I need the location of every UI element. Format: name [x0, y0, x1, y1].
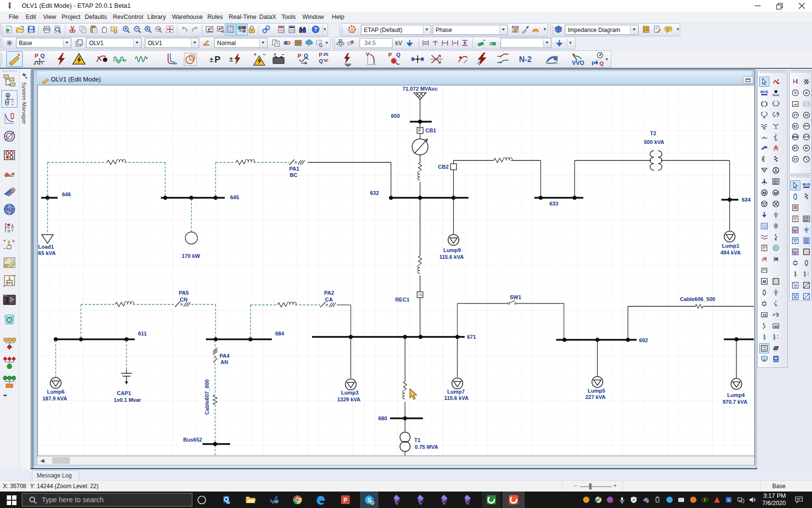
svg-text:66: 66: [274, 499, 278, 504]
svg-text:S+1: S+1: [6, 281, 13, 286]
svg-text:684: 684: [275, 331, 284, 336]
svg-text:M: M: [794, 229, 797, 232]
svg-text:?: ?: [314, 26, 317, 32]
svg-text:Q: Q: [599, 61, 604, 66]
svg-text:632: 632: [370, 190, 379, 196]
svg-text:PA5: PA5: [179, 290, 189, 296]
svg-text:1329 kVA: 1329 kVA: [337, 397, 360, 402]
svg-text:Lump4: Lump4: [727, 392, 745, 398]
svg-text:1x0.1 Mvar: 1x0.1 Mvar: [114, 397, 141, 403]
svg-text:−: −: [3, 246, 6, 251]
svg-text:49: 49: [774, 324, 778, 329]
svg-text:R: R: [805, 146, 808, 150]
svg-text:M: M: [763, 279, 766, 284]
svg-text:V: V: [794, 91, 797, 95]
svg-text:680: 680: [378, 415, 387, 421]
svg-text:0.75 MVA: 0.75 MVA: [415, 444, 438, 450]
svg-text:Lump5: Lump5: [588, 388, 605, 394]
svg-text:PA4: PA4: [219, 353, 230, 359]
svg-text:T1: T1: [414, 437, 421, 443]
svg-text:N-2: N-2: [519, 55, 531, 64]
svg-text:Node: Node: [773, 94, 780, 96]
svg-text:645: 645: [230, 194, 239, 200]
svg-text:Cable607_800: Cable607_800: [204, 380, 210, 415]
svg-text:−: −: [263, 52, 265, 57]
svg-text:633: 633: [549, 201, 558, 206]
svg-text:1: 1: [8, 276, 11, 281]
svg-text:Q: Q: [304, 53, 308, 59]
svg-text:CB1: CB1: [425, 127, 436, 133]
svg-text:227 kVA: 227 kVA: [585, 394, 606, 400]
svg-text:Lump3: Lump3: [341, 390, 359, 396]
svg-text:+: +: [253, 52, 256, 57]
svg-text:BUS: BUS: [803, 182, 811, 187]
svg-text:32: 32: [805, 113, 809, 117]
svg-text:PA2: PA2: [324, 290, 334, 296]
svg-text:Load1: Load1: [38, 244, 54, 250]
svg-text:970.7 kVA: 970.7 kVA: [722, 399, 747, 405]
svg-text:Q: Q: [319, 59, 323, 64]
svg-text:634: 634: [742, 197, 751, 203]
svg-text:170 kW: 170 kW: [182, 253, 201, 259]
svg-text:REC1: REC1: [395, 297, 409, 302]
svg-text:MR: MR: [793, 135, 798, 139]
svg-text:BC: BC: [290, 172, 297, 178]
svg-text:650: 650: [391, 113, 400, 119]
svg-text:CPT: CPT: [804, 103, 810, 106]
svg-text:646: 646: [62, 191, 71, 197]
svg-text:Q: Q: [396, 52, 400, 58]
svg-text:CB2: CB2: [438, 164, 449, 170]
svg-text:P: P: [319, 52, 322, 58]
svg-text:187.9 kVA: 187.9 kVA: [42, 396, 67, 401]
svg-text:CA: CA: [325, 297, 333, 302]
svg-text:Cable606_500: Cable606_500: [680, 296, 716, 302]
svg-text:+: +: [3, 238, 6, 243]
svg-text:79: 79: [762, 313, 766, 318]
svg-text:115.6 kVA: 115.6 kVA: [439, 254, 464, 260]
svg-text:671: 671: [467, 334, 476, 340]
svg-text:611: 611: [138, 331, 147, 336]
svg-text:Lump6: Lump6: [47, 389, 64, 395]
svg-text:Lump9: Lump9: [443, 247, 461, 253]
svg-text:P: P: [35, 53, 39, 59]
svg-text:494 kVA: 494 kVA: [720, 250, 741, 255]
svg-text:81: 81: [794, 125, 797, 128]
svg-text:265 kVA: 265 kVA: [38, 250, 56, 256]
svg-text:P: P: [592, 61, 595, 66]
svg-text:79: 79: [418, 293, 422, 297]
svg-text:CAP1: CAP1: [117, 390, 131, 396]
svg-text:Q: Q: [40, 53, 45, 59]
svg-text:M: M: [794, 251, 797, 254]
svg-text:692: 692: [639, 337, 648, 343]
svg-text:A: A: [218, 27, 221, 31]
svg-text:71.072 MVAsc: 71.072 MVAsc: [403, 86, 438, 92]
svg-text:Lump1: Lump1: [722, 243, 739, 249]
svg-text:AN: AN: [220, 359, 228, 365]
svg-text:115.6 kVA: 115.6 kVA: [444, 395, 469, 401]
svg-text:P: P: [297, 53, 301, 59]
svg-text:Lump7: Lump7: [447, 389, 465, 395]
svg-text:21: 21: [794, 158, 797, 161]
svg-text:±: ±: [229, 55, 233, 63]
svg-text:P: P: [344, 497, 347, 504]
svg-text:500 kVA: 500 kVA: [644, 139, 664, 145]
svg-text:P: P: [215, 54, 220, 64]
svg-text:PA1: PA1: [289, 166, 299, 172]
svg-text:P: P: [388, 52, 392, 58]
svg-text:o: o: [728, 498, 730, 502]
svg-text:±: ±: [209, 55, 213, 64]
svg-text:27: 27: [794, 113, 797, 117]
svg-text:8ST: 8ST: [804, 125, 809, 127]
svg-text:M: M: [774, 191, 777, 195]
svg-text:A: A: [805, 91, 808, 95]
svg-text:T2: T2: [650, 130, 656, 136]
svg-text:VVO: VVO: [572, 60, 584, 66]
svg-text:BUS: BUS: [761, 90, 768, 94]
svg-text:87: 87: [794, 146, 797, 150]
svg-text:A: A: [207, 27, 210, 32]
svg-text:DCR: DCR: [804, 135, 809, 138]
svg-text:SW1: SW1: [510, 294, 521, 300]
svg-text:M: M: [763, 190, 766, 195]
svg-text:CN: CN: [180, 297, 187, 302]
svg-text:Bus652: Bus652: [183, 437, 202, 443]
